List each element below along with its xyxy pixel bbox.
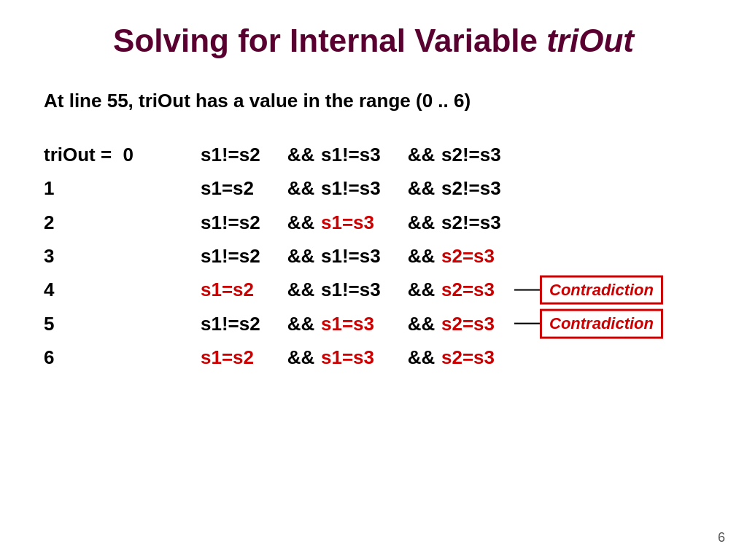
cond1: s1!=s2 bbox=[201, 311, 281, 337]
table-row: 1 s1=s2 && s1!=s3 && s2!=s3 bbox=[44, 175, 703, 201]
title-part2: triOut bbox=[546, 23, 634, 58]
table-row: 3 s1!=s2 && s1!=s3 && s2=s3 bbox=[44, 243, 703, 269]
cond1: s1=s2 bbox=[201, 175, 281, 201]
table-row: 5 s1!=s2 && s1=s3 && s2=s3 Contradiction bbox=[44, 311, 703, 337]
row-index: triOut = 0 bbox=[44, 141, 201, 168]
equation-table: triOut = 0 s1!=s2 && s1!=s3 && s2!=s3 1 … bbox=[44, 141, 703, 371]
and2: && bbox=[401, 141, 441, 168]
cond2: s1!=s3 bbox=[321, 175, 401, 201]
cond1: s1=s2 bbox=[201, 276, 281, 303]
and1: && bbox=[281, 243, 321, 269]
contradiction-box: Contradiction bbox=[540, 275, 663, 305]
and2: && bbox=[401, 344, 441, 370]
and1: && bbox=[281, 344, 321, 370]
and1: && bbox=[281, 276, 321, 303]
and2: && bbox=[401, 175, 441, 201]
subtitle: At line 55, triOut has a value in the ra… bbox=[44, 90, 703, 112]
row-index: 3 bbox=[44, 243, 201, 269]
cond2: s1=s3 bbox=[321, 344, 401, 370]
cond1: s1!=s2 bbox=[201, 141, 281, 168]
cond1: s1!=s2 bbox=[201, 209, 281, 236]
row-index: 5 bbox=[44, 311, 201, 337]
cond3: s2!=s3 bbox=[441, 141, 522, 168]
cond2: s1!=s3 bbox=[321, 243, 401, 269]
cond3: s2=s3 bbox=[441, 344, 522, 370]
table-row: triOut = 0 s1!=s2 && s1!=s3 && s2!=s3 bbox=[44, 141, 703, 168]
connector-dash: Contradiction bbox=[514, 309, 663, 339]
and1: && bbox=[281, 141, 321, 168]
slide-title: Solving for Internal Variable triOut bbox=[44, 22, 703, 61]
connector-dash: Contradiction bbox=[514, 275, 663, 305]
cond3: s2=s3 bbox=[441, 276, 522, 303]
and1: && bbox=[281, 175, 321, 201]
and1: && bbox=[281, 209, 321, 236]
cond2: s1!=s3 bbox=[321, 276, 401, 303]
cond2: s1=s3 bbox=[321, 209, 401, 236]
and2: && bbox=[401, 276, 441, 303]
cond3: s2!=s3 bbox=[441, 175, 522, 201]
title-part1: Solving for Internal Variable bbox=[113, 23, 546, 58]
and2: && bbox=[401, 209, 441, 236]
table-row: 6 s1=s2 && s1=s3 && s2=s3 bbox=[44, 344, 703, 370]
and1: && bbox=[281, 311, 321, 337]
row-index: 4 bbox=[44, 276, 201, 303]
cond3: s2=s3 bbox=[441, 243, 522, 269]
cond2: s1!=s3 bbox=[321, 141, 401, 168]
cond2: s1=s3 bbox=[321, 311, 401, 337]
slide: Solving for Internal Variable triOut At … bbox=[0, 0, 747, 560]
row-index: 6 bbox=[44, 344, 201, 370]
cond1: s1!=s2 bbox=[201, 243, 281, 269]
table-row: 2 s1!=s2 && s1=s3 && s2!=s3 bbox=[44, 209, 703, 236]
cond3: s2!=s3 bbox=[441, 209, 522, 236]
page-number: 6 bbox=[718, 530, 725, 545]
triout-label: triOut = bbox=[44, 141, 112, 168]
contradiction-box: Contradiction bbox=[540, 309, 663, 339]
and2: && bbox=[401, 311, 441, 337]
cond1: s1=s2 bbox=[201, 344, 281, 370]
cond3: s2=s3 bbox=[441, 311, 522, 337]
row-index: 2 bbox=[44, 209, 201, 236]
table-row: 4 s1=s2 && s1!=s3 && s2=s3 Contradiction bbox=[44, 276, 703, 303]
and2: && bbox=[401, 243, 441, 269]
row-index: 1 bbox=[44, 175, 201, 201]
